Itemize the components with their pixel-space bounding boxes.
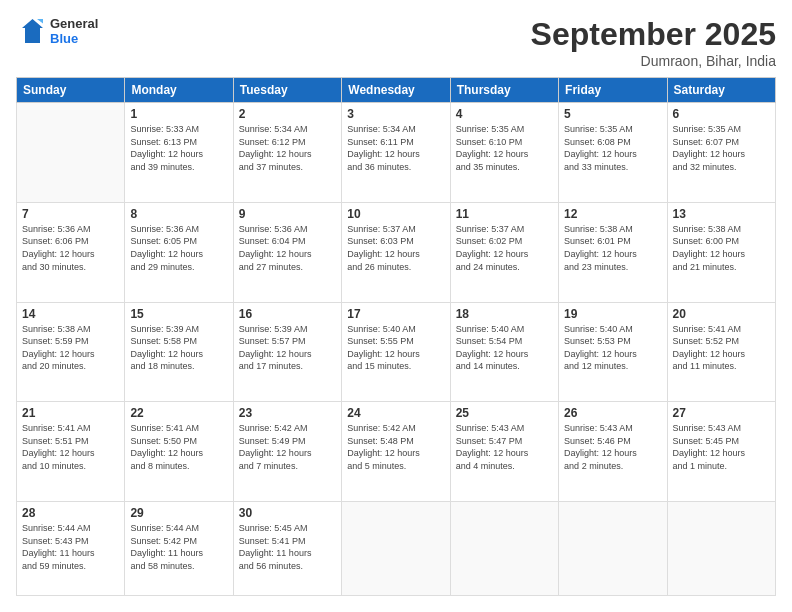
day-number: 11	[456, 207, 553, 221]
day-number: 20	[673, 307, 770, 321]
day-number: 14	[22, 307, 119, 321]
day-info: Sunrise: 5:35 AM Sunset: 6:08 PM Dayligh…	[564, 123, 661, 173]
day-number: 29	[130, 506, 227, 520]
header-friday: Friday	[559, 78, 667, 103]
table-row: 5Sunrise: 5:35 AM Sunset: 6:08 PM Daylig…	[559, 103, 667, 203]
day-number: 30	[239, 506, 336, 520]
calendar-table: Sunday Monday Tuesday Wednesday Thursday…	[16, 77, 776, 596]
table-row: 15Sunrise: 5:39 AM Sunset: 5:58 PM Dayli…	[125, 302, 233, 402]
table-row: 28Sunrise: 5:44 AM Sunset: 5:43 PM Dayli…	[17, 502, 125, 596]
table-row: 12Sunrise: 5:38 AM Sunset: 6:01 PM Dayli…	[559, 202, 667, 302]
day-number: 27	[673, 406, 770, 420]
table-row: 22Sunrise: 5:41 AM Sunset: 5:50 PM Dayli…	[125, 402, 233, 502]
table-row: 16Sunrise: 5:39 AM Sunset: 5:57 PM Dayli…	[233, 302, 341, 402]
calendar-page: General Blue September 2025 Dumraon, Bih…	[0, 0, 792, 612]
day-number: 6	[673, 107, 770, 121]
day-info: Sunrise: 5:44 AM Sunset: 5:43 PM Dayligh…	[22, 522, 119, 572]
header-sunday: Sunday	[17, 78, 125, 103]
svg-marker-1	[37, 19, 43, 24]
day-info: Sunrise: 5:38 AM Sunset: 5:59 PM Dayligh…	[22, 323, 119, 373]
table-row: 13Sunrise: 5:38 AM Sunset: 6:00 PM Dayli…	[667, 202, 775, 302]
day-number: 12	[564, 207, 661, 221]
day-info: Sunrise: 5:35 AM Sunset: 6:07 PM Dayligh…	[673, 123, 770, 173]
table-row	[17, 103, 125, 203]
day-info: Sunrise: 5:37 AM Sunset: 6:02 PM Dayligh…	[456, 223, 553, 273]
table-row: 3Sunrise: 5:34 AM Sunset: 6:11 PM Daylig…	[342, 103, 450, 203]
day-info: Sunrise: 5:42 AM Sunset: 5:48 PM Dayligh…	[347, 422, 444, 472]
table-row: 9Sunrise: 5:36 AM Sunset: 6:04 PM Daylig…	[233, 202, 341, 302]
table-row: 10Sunrise: 5:37 AM Sunset: 6:03 PM Dayli…	[342, 202, 450, 302]
header-monday: Monday	[125, 78, 233, 103]
day-number: 1	[130, 107, 227, 121]
weekday-header-row: Sunday Monday Tuesday Wednesday Thursday…	[17, 78, 776, 103]
logo: General Blue	[16, 16, 98, 46]
day-number: 15	[130, 307, 227, 321]
table-row: 25Sunrise: 5:43 AM Sunset: 5:47 PM Dayli…	[450, 402, 558, 502]
day-number: 19	[564, 307, 661, 321]
table-row	[559, 502, 667, 596]
table-row: 29Sunrise: 5:44 AM Sunset: 5:42 PM Dayli…	[125, 502, 233, 596]
table-row: 21Sunrise: 5:41 AM Sunset: 5:51 PM Dayli…	[17, 402, 125, 502]
table-row: 11Sunrise: 5:37 AM Sunset: 6:02 PM Dayli…	[450, 202, 558, 302]
header-thursday: Thursday	[450, 78, 558, 103]
day-number: 2	[239, 107, 336, 121]
logo-icon	[16, 16, 46, 46]
table-row: 17Sunrise: 5:40 AM Sunset: 5:55 PM Dayli…	[342, 302, 450, 402]
header-wednesday: Wednesday	[342, 78, 450, 103]
table-row: 19Sunrise: 5:40 AM Sunset: 5:53 PM Dayli…	[559, 302, 667, 402]
table-row: 2Sunrise: 5:34 AM Sunset: 6:12 PM Daylig…	[233, 103, 341, 203]
day-info: Sunrise: 5:36 AM Sunset: 6:04 PM Dayligh…	[239, 223, 336, 273]
table-row: 6Sunrise: 5:35 AM Sunset: 6:07 PM Daylig…	[667, 103, 775, 203]
day-info: Sunrise: 5:36 AM Sunset: 6:06 PM Dayligh…	[22, 223, 119, 273]
day-info: Sunrise: 5:39 AM Sunset: 5:57 PM Dayligh…	[239, 323, 336, 373]
day-number: 17	[347, 307, 444, 321]
day-info: Sunrise: 5:43 AM Sunset: 5:47 PM Dayligh…	[456, 422, 553, 472]
day-number: 3	[347, 107, 444, 121]
table-row: 24Sunrise: 5:42 AM Sunset: 5:48 PM Dayli…	[342, 402, 450, 502]
table-row: 8Sunrise: 5:36 AM Sunset: 6:05 PM Daylig…	[125, 202, 233, 302]
svg-marker-0	[22, 19, 43, 43]
table-row: 23Sunrise: 5:42 AM Sunset: 5:49 PM Dayli…	[233, 402, 341, 502]
day-info: Sunrise: 5:40 AM Sunset: 5:55 PM Dayligh…	[347, 323, 444, 373]
day-info: Sunrise: 5:38 AM Sunset: 6:01 PM Dayligh…	[564, 223, 661, 273]
table-row: 30Sunrise: 5:45 AM Sunset: 5:41 PM Dayli…	[233, 502, 341, 596]
day-number: 9	[239, 207, 336, 221]
day-number: 8	[130, 207, 227, 221]
table-row	[667, 502, 775, 596]
day-number: 25	[456, 406, 553, 420]
title-section: September 2025 Dumraon, Bihar, India	[531, 16, 776, 69]
header-tuesday: Tuesday	[233, 78, 341, 103]
day-number: 13	[673, 207, 770, 221]
day-info: Sunrise: 5:34 AM Sunset: 6:12 PM Dayligh…	[239, 123, 336, 173]
day-number: 7	[22, 207, 119, 221]
day-info: Sunrise: 5:36 AM Sunset: 6:05 PM Dayligh…	[130, 223, 227, 273]
day-info: Sunrise: 5:38 AM Sunset: 6:00 PM Dayligh…	[673, 223, 770, 273]
day-info: Sunrise: 5:43 AM Sunset: 5:45 PM Dayligh…	[673, 422, 770, 472]
header-saturday: Saturday	[667, 78, 775, 103]
month-title: September 2025	[531, 16, 776, 53]
table-row: 18Sunrise: 5:40 AM Sunset: 5:54 PM Dayli…	[450, 302, 558, 402]
day-number: 5	[564, 107, 661, 121]
table-row	[450, 502, 558, 596]
table-row: 7Sunrise: 5:36 AM Sunset: 6:06 PM Daylig…	[17, 202, 125, 302]
day-number: 10	[347, 207, 444, 221]
table-row	[342, 502, 450, 596]
day-info: Sunrise: 5:41 AM Sunset: 5:50 PM Dayligh…	[130, 422, 227, 472]
day-info: Sunrise: 5:45 AM Sunset: 5:41 PM Dayligh…	[239, 522, 336, 572]
day-info: Sunrise: 5:40 AM Sunset: 5:54 PM Dayligh…	[456, 323, 553, 373]
day-number: 28	[22, 506, 119, 520]
day-info: Sunrise: 5:35 AM Sunset: 6:10 PM Dayligh…	[456, 123, 553, 173]
day-number: 24	[347, 406, 444, 420]
day-number: 23	[239, 406, 336, 420]
day-info: Sunrise: 5:39 AM Sunset: 5:58 PM Dayligh…	[130, 323, 227, 373]
day-number: 4	[456, 107, 553, 121]
day-info: Sunrise: 5:37 AM Sunset: 6:03 PM Dayligh…	[347, 223, 444, 273]
day-info: Sunrise: 5:42 AM Sunset: 5:49 PM Dayligh…	[239, 422, 336, 472]
day-number: 26	[564, 406, 661, 420]
table-row: 27Sunrise: 5:43 AM Sunset: 5:45 PM Dayli…	[667, 402, 775, 502]
location: Dumraon, Bihar, India	[531, 53, 776, 69]
day-info: Sunrise: 5:41 AM Sunset: 5:52 PM Dayligh…	[673, 323, 770, 373]
logo-text: General Blue	[50, 16, 98, 46]
header: General Blue September 2025 Dumraon, Bih…	[16, 16, 776, 69]
table-row: 14Sunrise: 5:38 AM Sunset: 5:59 PM Dayli…	[17, 302, 125, 402]
